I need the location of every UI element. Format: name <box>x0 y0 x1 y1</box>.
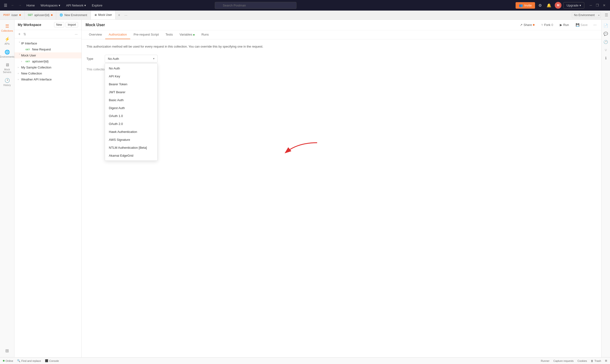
content-area: Mock User ↗ Share ⑂ Fork 0 ▶ Run 💾 <box>82 20 601 357</box>
notification-button[interactable]: 🔔 <box>545 2 553 9</box>
save-button[interactable]: 💾 Save <box>574 22 590 28</box>
hamburger-button[interactable]: ☰ <box>3 2 8 9</box>
dropdown-item-ntlm[interactable]: NTLM Authentication [Beta] <box>105 144 157 152</box>
workspaces-nav-item[interactable]: Workspaces ▾ <box>39 3 62 8</box>
tree-item-mock-user[interactable]: › Mock User <box>14 52 81 58</box>
nav-forward-button[interactable]: → <box>17 2 23 8</box>
tab-pre-request-script[interactable]: Pre-request Script <box>130 30 162 39</box>
more-button[interactable]: ··· <box>74 32 78 37</box>
tab-post-user[interactable]: POST /user <box>0 11 25 19</box>
tab-bar: POST /user GET api/user/{id} 🌐 New Envir… <box>0 11 610 20</box>
workspace-title: My Workspace <box>18 23 41 27</box>
sidebar-item-history[interactable]: 🕐 History <box>1 76 13 88</box>
close-button[interactable]: ✕ <box>601 3 607 8</box>
dropdown-item-api-key[interactable]: API Key <box>105 72 157 80</box>
home-nav-item[interactable]: Home <box>25 3 37 8</box>
sidebar-item-apis[interactable]: ⚡ APIs <box>1 35 13 47</box>
right-panel-comments-button[interactable]: 💬 <box>602 30 610 38</box>
tree-item-my-sample-collection[interactable]: › My Sample Collection <box>14 65 81 70</box>
status-bar-right: Runner Capture requests Cookies 🗑 Trash … <box>541 359 607 362</box>
apis-icon: ⚡ <box>5 37 10 42</box>
avatar: M <box>555 2 561 9</box>
auth-type-dropdown[interactable]: No Auth ▾ <box>105 55 158 63</box>
chevron-right-icon: › <box>18 66 21 69</box>
auth-type-dropdown-menu: No Auth API Key Bearer Token JWT Bearer … <box>105 63 158 161</box>
tab-get-user-id[interactable]: GET api/user/{id} <box>25 11 56 19</box>
sidebar-item-collections[interactable]: ☰ Collections <box>1 22 13 34</box>
sidebar-toggle-button[interactable]: ☰ <box>603 13 610 17</box>
dropdown-item-aws[interactable]: AWS Signature <box>105 136 157 144</box>
api-network-nav-item[interactable]: API Network ▾ <box>64 3 88 8</box>
right-panel-docs-button[interactable]: 📄 <box>602 22 610 30</box>
chevron-down-icon: › <box>18 54 21 57</box>
settings-button[interactable]: ⚙ <box>537 2 543 9</box>
find-replace-button[interactable]: 🔍 Find and replace <box>17 359 41 362</box>
add-collection-button[interactable]: + <box>18 31 21 37</box>
import-button[interactable]: Import <box>65 22 78 27</box>
no-auth-message: This collection does not use any authori… <box>87 67 597 71</box>
tab-variables[interactable]: Variables <box>176 30 198 39</box>
environment-select[interactable]: No Environment Development Staging Produ… <box>572 12 601 18</box>
tree-label: api/user/{id} <box>32 60 49 63</box>
status-bar: Online 🔍 Find and replace ⬛ Console Runn… <box>0 357 610 364</box>
dropdown-item-bearer-token[interactable]: Bearer Token <box>105 80 157 88</box>
upgrade-button[interactable]: Upgrade ▾ <box>563 2 584 9</box>
tree-item-ip-interface[interactable]: › IP Interface <box>14 40 81 46</box>
dropdown-item-digest-auth[interactable]: Digest Auth <box>105 104 157 112</box>
fork-button[interactable]: ⑂ Fork 0 <box>539 22 555 28</box>
console-button[interactable]: ⬛ Console <box>45 359 59 362</box>
tree-item-new-request[interactable]: GET New Request <box>14 46 81 52</box>
dropdown-item-oauth1[interactable]: OAuth 1.0 <box>105 112 157 120</box>
tab-authorization[interactable]: Authorization <box>105 30 130 39</box>
collections-icon: ☰ <box>5 24 9 29</box>
add-bottom-button[interactable]: ⊞ <box>3 346 11 355</box>
invite-button[interactable]: 👥 Invite <box>516 2 535 9</box>
maximize-button[interactable]: ❐ <box>594 3 600 8</box>
dropdown-item-hawk[interactable]: Hawk Authentication <box>105 128 157 136</box>
dropdown-item-jwt-bearer[interactable]: JWT Bearer <box>105 88 157 96</box>
top-bar-right: 👥 Invite ⚙ 🔔 M Upgrade ▾ ─ ❐ ✕ <box>516 2 607 9</box>
request-actions: ↗ Share ⑂ Fork 0 ▶ Run 💾 Save ··· <box>518 22 597 28</box>
auth-description: This authorization method will be used f… <box>87 44 597 49</box>
sidebar-nav: ☰ Collections ⚡ APIs 🌐 Environments 🖥 Mo… <box>0 20 14 357</box>
sidebar-item-mock-servers[interactable]: 🖥 Mock Servers <box>1 61 13 76</box>
tree-item-api-user-id[interactable]: › GET api/user/{id} <box>14 58 81 65</box>
sidebar-item-environments[interactable]: 🌐 Environments <box>1 48 13 60</box>
runner-button[interactable]: Runner <box>541 359 549 362</box>
right-panel-info-button[interactable]: ℹ <box>603 54 609 62</box>
tab-mock-user[interactable]: 🖥 Mock User <box>91 11 116 19</box>
tab-new-environment[interactable]: 🌐 New Environment <box>56 11 91 19</box>
window-controls: ─ ❐ ✕ <box>588 3 607 8</box>
explore-nav-item[interactable]: Explore <box>90 3 104 8</box>
grid-button[interactable]: ⊞ <box>605 359 607 362</box>
tab-tests[interactable]: Tests <box>162 30 176 39</box>
online-status[interactable]: Online <box>3 359 13 362</box>
sort-button[interactable]: ⇅ <box>23 32 27 37</box>
tree-item-weather-api-interface[interactable]: › Weather API Interface <box>14 76 81 82</box>
tree-item-new-collection[interactable]: › New Collection <box>14 70 81 76</box>
trash-button[interactable]: 🗑 Trash <box>591 359 601 362</box>
share-button[interactable]: ↗ Share <box>518 22 536 28</box>
search-input[interactable] <box>215 2 297 9</box>
dropdown-item-akamai[interactable]: Akamai EdgeGrid <box>105 152 157 159</box>
top-bar-left: ☰ ← → Home Workspaces ▾ API Network ▾ Ex… <box>3 2 104 9</box>
right-panel-history-button[interactable]: 🕐 <box>602 38 610 46</box>
run-button[interactable]: ▶ Run <box>558 22 571 28</box>
right-sidebar: 📄 💬 🕐 ⑂ ℹ <box>601 20 610 357</box>
more-tabs-button[interactable]: ··· <box>123 13 129 17</box>
add-tab-button[interactable]: + <box>116 13 123 17</box>
mock-servers-icon: 🖥 <box>5 63 9 67</box>
dropdown-item-basic-auth[interactable]: Basic Auth <box>105 96 157 104</box>
right-panel-git-button[interactable]: ⑂ <box>603 46 609 54</box>
cookies-button[interactable]: Cookies <box>578 359 587 362</box>
more-actions-button[interactable]: ··· <box>592 23 597 27</box>
dropdown-item-no-auth[interactable]: No Auth <box>105 65 157 72</box>
nav-back-button[interactable]: ← <box>10 2 15 8</box>
tab-runs[interactable]: Runs <box>198 30 212 39</box>
dropdown-item-oauth2[interactable]: OAuth 2.0 <box>105 120 157 128</box>
new-button[interactable]: New <box>54 22 64 27</box>
capture-requests-button[interactable]: Capture requests <box>553 359 573 362</box>
tab-overview[interactable]: Overview <box>86 30 105 39</box>
trash-icon: 🗑 <box>591 359 593 362</box>
minimize-button[interactable]: ─ <box>588 3 593 8</box>
